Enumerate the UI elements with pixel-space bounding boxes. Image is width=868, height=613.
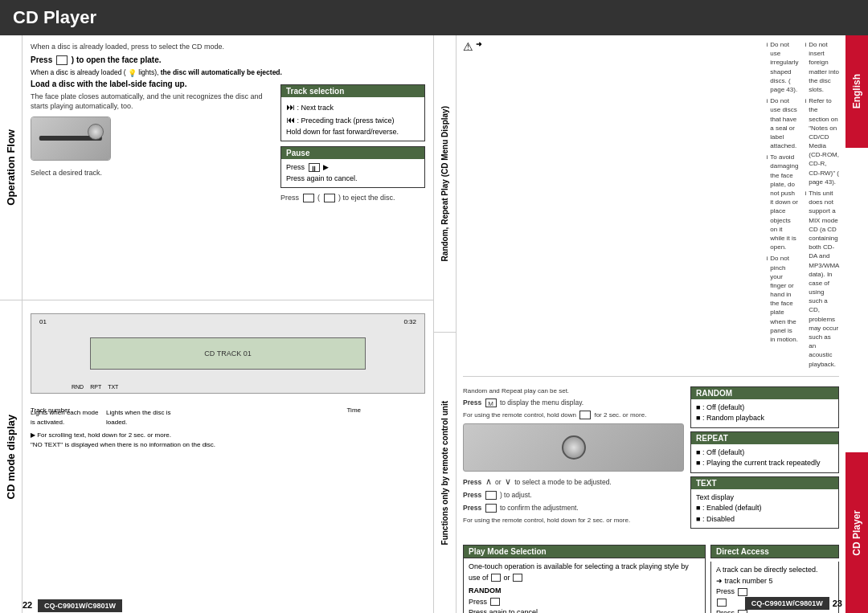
random-content: ■ : Off (default) ■ : Random playback — [691, 399, 838, 427]
display-text: CD TRACK 01 — [204, 349, 251, 358]
page-title: CD Player — [13, 7, 96, 28]
adjust-button-icon — [485, 491, 497, 500]
page-header: CD Player — [0, 0, 868, 35]
main-content: Operation Flow CD mode display When a di… — [0, 35, 868, 613]
pause-box: Pause Press ⏸ ▶ Press again to cancel. — [280, 146, 425, 188]
display-screen: CD TRACK 01 — [90, 337, 365, 370]
track-selection-box: Track selection ⏭ : Next track ⏮ : Prece… — [280, 84, 425, 142]
text-indicator: TXT — [108, 384, 118, 390]
caution-text-r2: Refer to the section on "Notes on CD/CD … — [809, 96, 839, 186]
time-label: Time — [347, 407, 361, 414]
auto-note: The face plate closes automatically, and… — [31, 92, 274, 112]
caution-arrow: ➜ — [476, 40, 482, 48]
repeat-on-indicator: ■ — [696, 459, 700, 467]
select-track-text: Select a desired track. — [31, 169, 274, 177]
bullet-r3: i — [805, 189, 806, 369]
play-mode-content: One-touch operation is available for sel… — [463, 558, 706, 613]
press-select-line: Press ∧ or ∨ to select a mode to be adju… — [463, 475, 684, 488]
eject-line: Press ( ) to eject the disc. — [280, 193, 425, 204]
page-number-right-container: CQ-C9901W/C9801W 23 — [745, 597, 842, 610]
caution-item-r2: i Refer to the section on "Notes on CD/C… — [805, 96, 839, 186]
random-header: RANDOM — [691, 387, 838, 399]
intro-text: When a disc is already loaded, press to … — [31, 42, 425, 52]
direct-press1: Press — [716, 586, 833, 598]
text-header: TEXT — [691, 477, 838, 489]
text-display-label: Text display — [696, 492, 833, 504]
modes-activated-note: Lights when each mode is activated. Ligh… — [31, 408, 425, 427]
right-main-content: ⚠ ➜ i Do not use irregularly shaped disc… — [457, 35, 845, 613]
track-selection-content: ⏭ : Next track ⏮ : Preceding track (pres… — [281, 97, 424, 141]
rr-intro: Random and Repeat play can be set. — [463, 386, 684, 395]
repeat-indicator: RPT — [90, 384, 101, 390]
preceding-track-row: ⏮ : Preceding track (press twice) — [286, 113, 420, 127]
pause-header: Pause — [281, 147, 424, 159]
caution-item-r1: i Do not insert foreign matter into the … — [805, 40, 839, 94]
random-box: RANDOM ■ : Off (default) ■ : Random play… — [690, 386, 839, 428]
model-tag-right: CQ-C9901W/C9801W — [745, 597, 829, 610]
confirm-remote-note: For using the remote control, hold down … — [463, 516, 684, 525]
text-box: TEXT Text display ■ : Enabled (default) … — [690, 476, 839, 529]
pause-icon: ⏸ — [309, 163, 320, 172]
caution-text-r3: This unit does not support a MIX mode CD… — [809, 189, 839, 369]
direct-btn2 — [738, 610, 747, 613]
play-arrow: ▶ — [323, 163, 329, 171]
random-on-indicator: ■ — [696, 414, 700, 422]
functions-label: Functions only by remote control unit — [434, 333, 457, 613]
track-number-label: Track number — [31, 407, 70, 414]
disc-image — [31, 116, 111, 161]
random-on: ■ : Random playback — [696, 413, 833, 424]
direct-intro: A track can be directly selected. — [716, 565, 833, 576]
track-selection-header: Track selection — [281, 85, 424, 97]
cd-display-image: 01 CD TRACK 01 0:32 RND RPT TXT — [31, 313, 425, 394]
pause-content: Press ⏸ ▶ Press again to cancel. — [281, 159, 424, 187]
hold-down-note: Hold down for fast forward/reverse. — [286, 127, 420, 138]
right-panel: Random, Repeat Play (CD Menu Display) Fu… — [434, 35, 868, 613]
text-enabled: ■ : Enabled (default) — [696, 503, 833, 514]
caution-left: i Do not use irregularly shaped discs. (… — [767, 40, 799, 371]
cd-mode-display-label: CD mode display — [0, 300, 23, 613]
text-disabled-indicator: ■ — [696, 515, 700, 523]
track-pause-boxes: Track selection ⏭ : Next track ⏮ : Prece… — [280, 80, 425, 293]
repeat-content: ■ : Off (default) ■ : Playing the curren… — [691, 444, 838, 472]
rr-knob — [562, 435, 586, 460]
load-disc-text: Load a disc with the label-side facing u… — [31, 80, 274, 88]
cd-mode-display-section: 01 CD TRACK 01 0:32 RND RPT TXT Track nu… — [23, 300, 433, 613]
eject-button-icon — [303, 194, 314, 202]
scroll-arrow: ▶ — [31, 431, 37, 439]
random-subsection: RANDOM Press Press again to cancel. — [469, 586, 700, 613]
direct-track5: ➜ track number 5 — [716, 576, 833, 587]
caution-section: ⚠ ➜ i Do not use irregularly shaped disc… — [463, 40, 839, 377]
rr-boxes: RANDOM ■ : Off (default) ■ : Random play… — [690, 386, 839, 529]
mode-indicators: RND RPT TXT — [72, 384, 118, 390]
bullet-4: i — [767, 254, 768, 344]
repeat-off: ■ : Off (default) — [696, 447, 833, 459]
caution-text-r1: Do not insert foreign matter into the di… — [809, 40, 839, 94]
caution-item-1: i Do not use irregularly shaped discs. (… — [767, 40, 799, 94]
arrow-right: ➜ — [716, 577, 723, 585]
bullet-3: i — [767, 153, 768, 251]
random-repeat-label: Random, Repeat Play (CD Menu Display) — [434, 35, 457, 333]
disc-lights-note: When a disc is already loaded ( 💡 lights… — [31, 68, 425, 77]
caution-item-2: i Do not use discs that have a seal or l… — [767, 96, 799, 150]
caution-item-r3: i This unit does not support a MIX mode … — [805, 189, 839, 369]
operation-inner: Load a disc with the label-side facing u… — [31, 80, 425, 293]
model-tag-left: CQ-C9901W/C9801W — [38, 599, 122, 612]
confirm-button-icon — [485, 504, 497, 513]
play-mode-section: Play Mode Selection One-touch operation … — [463, 545, 706, 613]
random-press: Press — [469, 597, 700, 608]
text-enabled-indicator: ■ — [696, 504, 700, 512]
operation-text: Load a disc with the label-side facing u… — [31, 80, 274, 293]
bullet-1: i — [767, 40, 768, 94]
next-track-row: ⏭ : Next track — [286, 100, 420, 114]
caution-text-4: Do not pinch your finger or hand in the … — [770, 254, 798, 344]
play-mode-btn1 — [491, 574, 501, 582]
play-mode-btn2 — [513, 574, 522, 582]
caution-header: ⚠ ➜ — [463, 40, 760, 370]
press-again-row: Press again to cancel. — [286, 174, 420, 185]
bullet-r1: i — [805, 40, 806, 94]
caution-text-1: Do not use irregularly shaped discs. ( p… — [770, 40, 798, 94]
eject-icon — [56, 55, 68, 65]
repeat-header: REPEAT — [691, 432, 838, 444]
play-mode-header: Play Mode Selection — [463, 545, 706, 558]
direct-btn1 — [738, 588, 747, 596]
